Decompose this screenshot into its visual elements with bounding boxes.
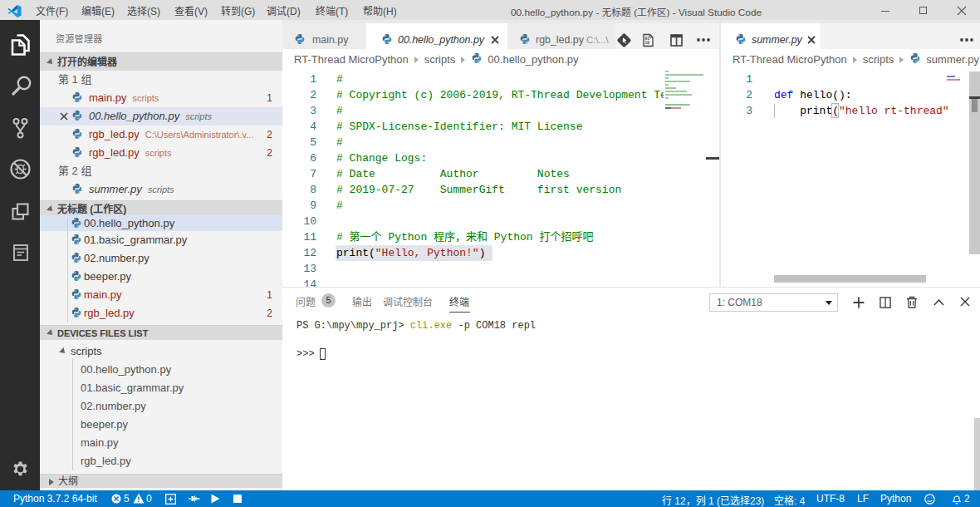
svg-text:10: 10	[645, 41, 650, 45]
